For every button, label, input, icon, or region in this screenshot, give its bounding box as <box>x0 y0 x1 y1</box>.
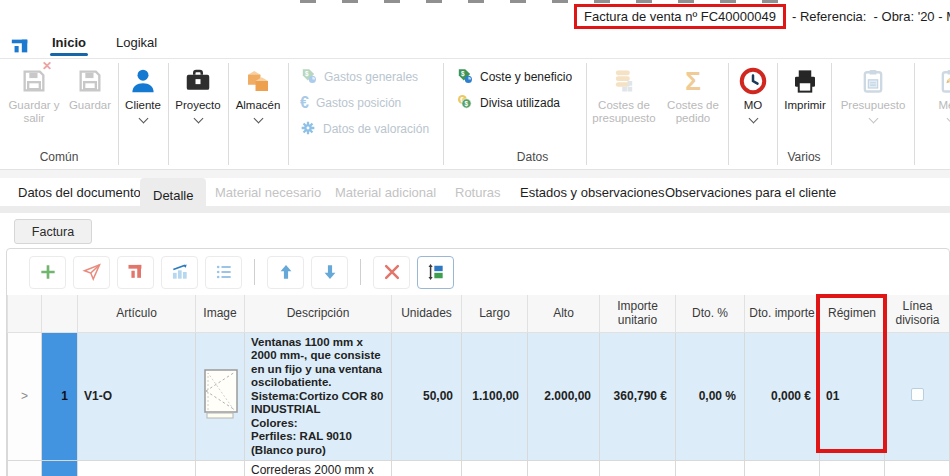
mediciones-button: Medi <box>916 63 950 149</box>
row-height-button[interactable] <box>417 256 454 289</box>
euro-icon: € <box>300 94 309 112</box>
costes-pedido-label: Costes de pedido <box>660 99 726 125</box>
header-linea-divisoria[interactable]: Línea divisoria <box>885 295 950 332</box>
descripcion-cell[interactable]: Ventanas 1100 mm x 2000 mm-, que consist… <box>245 332 392 461</box>
ribbon-group-varios: Varios <box>777 147 831 167</box>
tab-observaciones-para-el-cliente[interactable]: Observaciones para el cliente <box>652 178 849 206</box>
proyecto-button[interactable]: Proyecto <box>170 63 226 149</box>
add-row-button[interactable] <box>29 256 66 289</box>
gastos-posicion-label: Gastos posición <box>316 96 401 110</box>
header-descripcion[interactable]: Descripción <box>245 295 392 332</box>
toolbar-separator <box>254 259 255 285</box>
app-logo-icon[interactable] <box>10 36 30 60</box>
articulo-cell[interactable] <box>78 461 196 476</box>
move-down-button[interactable] <box>311 256 348 289</box>
table-header-row: Artículo Image Descripción Unidades Larg… <box>8 295 950 332</box>
unidades-cell[interactable]: 50,00 <box>392 332 462 461</box>
almacen-button[interactable]: Almacén <box>230 63 286 149</box>
largo-cell[interactable]: 1.100,00 <box>462 332 528 461</box>
row-number-cell: 1 <box>42 332 78 461</box>
header-importe-unitario[interactable]: Importe unitario <box>600 295 676 332</box>
tab-datos-del-documento[interactable]: Datos del documento <box>5 178 154 206</box>
coste-y-beneficio-button[interactable]: $ Coste y beneficio <box>456 67 572 87</box>
chevron-down-icon <box>868 114 878 124</box>
cliente-label: Cliente <box>125 99 161 112</box>
linea-divisoria-cell[interactable] <box>885 332 950 461</box>
coin-stack-icon <box>610 63 638 99</box>
dto-pct-cell[interactable]: 0,00 % <box>676 332 745 461</box>
chevron-down-icon <box>748 114 758 124</box>
toolbar-separator <box>360 259 361 285</box>
chevron-down-icon <box>138 114 148 124</box>
divisa-utilizada-button[interactable]: €$ Divisa utilizada <box>456 93 560 113</box>
chart-position-button[interactable] <box>161 256 198 289</box>
importe-unitario-cell[interactable] <box>600 461 676 476</box>
svg-text:$: $ <box>465 100 469 108</box>
list-button[interactable] <box>205 256 242 289</box>
svg-text:$: $ <box>305 70 309 78</box>
chevron-down-icon <box>193 114 203 124</box>
tab-factura[interactable]: Factura <box>14 219 92 244</box>
costes-presupuesto-button: Costes de presupuesto <box>590 63 658 149</box>
linea-divisoria-cell[interactable] <box>885 461 950 476</box>
row-indicator: > <box>8 332 42 461</box>
header-dto-pct[interactable]: Dto. % <box>676 295 745 332</box>
gastos-posicion-button: € Gastos posición <box>300 93 401 113</box>
largo-cell[interactable] <box>462 461 528 476</box>
header-largo[interactable]: Largo <box>462 295 528 332</box>
move-up-button[interactable] <box>267 256 304 289</box>
table-row[interactable]: > 1 V1-O Ventanas 1100 mm x 2000 mm-, qu… <box>8 332 950 461</box>
header-row-indicator <box>8 295 42 332</box>
delete-row-button[interactable] <box>373 256 410 289</box>
linea-divisoria-checkbox[interactable] <box>911 388 924 401</box>
image-cell[interactable] <box>196 332 245 461</box>
tab-logikal[interactable]: Logikal <box>116 35 157 50</box>
coste-y-beneficio-label: Coste y beneficio <box>480 70 572 84</box>
header-image[interactable]: Image <box>196 295 245 332</box>
imprimir-label: Imprimir <box>784 99 826 112</box>
header-alto[interactable]: Alto <box>528 295 600 332</box>
mo-button[interactable]: MO <box>730 63 776 149</box>
almacen-label: Almacén <box>236 99 281 112</box>
send-position-button[interactable] <box>73 256 110 289</box>
tab-detalle[interactable]: Detalle <box>140 178 206 213</box>
dto-importe-cell[interactable] <box>745 461 820 476</box>
ribbon-group-comun: Común <box>0 147 118 167</box>
logikal-position-button[interactable] <box>117 256 154 289</box>
divisa-utilizada-label: Divisa utilizada <box>480 96 560 110</box>
descripcion-text: Correderas 2000 mm x <box>251 464 385 476</box>
alto-cell[interactable]: 2.000,00 <box>528 332 600 461</box>
header-articulo[interactable]: Artículo <box>78 295 196 332</box>
image-cell[interactable] <box>196 461 245 476</box>
row-indicator <box>8 461 42 476</box>
menu-bar: Inicio Logikal <box>0 30 950 58</box>
importe-unitario-cell[interactable]: 360,790 € <box>600 332 676 461</box>
tab-inicio[interactable]: Inicio <box>52 35 86 50</box>
alto-cell[interactable] <box>528 461 600 476</box>
tab-material-necesario: Material necesario <box>202 178 334 206</box>
tab-material-adicional: Material adicional <box>322 178 449 206</box>
divider-band <box>0 170 950 178</box>
unidades-cell[interactable] <box>392 461 462 476</box>
dto-pct-cell[interactable] <box>676 461 745 476</box>
gastos-generales-button: $ Gastos generales <box>300 67 418 87</box>
window-title: Factura de venta nº FC40000049 - Referen… <box>574 2 950 30</box>
document-title: Factura de venta nº FC40000049 <box>584 9 776 24</box>
articulo-cell[interactable]: V1-O <box>78 332 196 461</box>
regimen-cell[interactable]: 01 <box>820 332 885 461</box>
price-tag-chart-icon: $ <box>456 67 473 87</box>
mo-label: MO <box>744 99 763 112</box>
window-drawing-thumbnail <box>202 368 242 422</box>
dto-importe-cell[interactable]: 0,000 € <box>745 332 820 461</box>
imprimir-button[interactable]: Imprimir <box>779 63 831 149</box>
regimen-cell[interactable] <box>820 461 885 476</box>
cliente-button[interactable]: Cliente <box>120 63 166 149</box>
header-unidades[interactable]: Unidades <box>392 295 462 332</box>
header-dto-importe[interactable]: Dto. importe <box>745 295 820 332</box>
header-regimen[interactable]: Régimen <box>820 295 885 332</box>
mediciones-label: Medi <box>939 99 950 112</box>
descripcion-cell[interactable]: Correderas 2000 mm x <box>245 461 392 476</box>
ribbon-separator <box>831 63 832 165</box>
ribbon-separator <box>118 63 119 165</box>
table-row[interactable]: Correderas 2000 mm x <box>8 461 950 476</box>
